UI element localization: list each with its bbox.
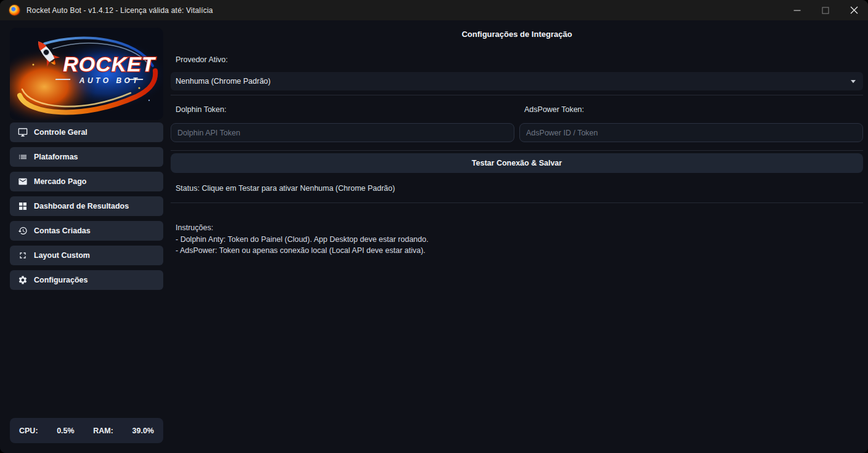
sidebar-item-label: Contas Criadas <box>34 226 91 235</box>
rocket-auto-bot-logo: ROCKET AUTO BOT <box>10 28 163 120</box>
app-logo-icon <box>9 5 20 15</box>
instructions-line: - Dolphin Anty: Token do Painel (Cloud).… <box>176 234 863 246</box>
adspower-token-label: AdsPower Token: <box>524 105 863 114</box>
sidebar-item-label: Plataformas <box>34 153 78 161</box>
list-icon <box>18 152 28 162</box>
status-text: Status: Clique em Testar para ativar Nen… <box>176 184 863 193</box>
test-connection-save-button[interactable]: Testar Conexão & Salvar <box>171 153 863 173</box>
window-title: Rocket Auto Bot - v1.4.12 - Licença váli… <box>26 6 213 15</box>
app-window: Rocket Auto Bot - v1.4.12 - Licença váli… <box>0 0 868 453</box>
ram-value: 39.0% <box>132 427 154 435</box>
adspower-token-input[interactable] <box>519 123 863 142</box>
titlebar: Rocket Auto Bot - v1.4.12 - Licença váli… <box>0 0 868 20</box>
sidebar-item-label: Configurações <box>34 276 88 284</box>
monitor-icon <box>18 127 28 137</box>
integration-settings-panel: Configurações de Integração Provedor Ati… <box>171 20 868 453</box>
sidebar-item-mercado-pago[interactable]: Mercado Pago <box>10 172 163 191</box>
chevron-down-icon <box>851 80 856 83</box>
history-icon <box>18 226 28 236</box>
gear-icon <box>18 275 28 285</box>
minimize-icon <box>793 7 801 14</box>
instructions-line: - AdsPower: Token ou apenas conexão loca… <box>176 245 863 257</box>
ram-label: RAM: <box>93 427 113 435</box>
divider <box>171 150 863 151</box>
divider <box>171 95 863 95</box>
close-button[interactable] <box>840 0 868 20</box>
divider <box>171 202 863 203</box>
sidebar-item-label: Layout Custom <box>34 251 90 260</box>
cpu-value: 0.5% <box>57 427 75 435</box>
provider-selected-value: Nenhuma (Chrome Padrão) <box>176 77 851 86</box>
logo-subtitle: AUTO BOT <box>79 76 140 85</box>
envelope-icon <box>18 177 28 186</box>
sidebar-item-label: Dashboard de Resultados <box>34 202 129 210</box>
page-title: Configurações de Integração <box>171 30 863 39</box>
sidebar: ROCKET AUTO BOT Controle Geral Plataform… <box>0 20 171 453</box>
logo-title: ROCKET <box>63 52 156 76</box>
sidebar-item-dashboard[interactable]: Dashboard de Resultados <box>10 196 163 216</box>
close-icon <box>850 6 858 14</box>
dolphin-token-input[interactable] <box>171 123 514 142</box>
sidebar-item-controle-geral[interactable]: Controle Geral <box>10 122 163 142</box>
grid-icon <box>18 201 28 211</box>
sidebar-item-layout-custom[interactable]: Layout Custom <box>10 246 163 265</box>
expand-icon <box>18 251 28 260</box>
sidebar-item-plataformas[interactable]: Plataformas <box>10 147 163 167</box>
minimize-button[interactable] <box>783 0 811 20</box>
maximize-icon <box>822 7 829 14</box>
sidebar-item-configuracoes[interactable]: Configurações <box>10 270 163 290</box>
maximize-button[interactable] <box>811 0 840 20</box>
cpu-label: CPU: <box>19 427 38 435</box>
instructions-block: Instruções: - Dolphin Anty: Token do Pai… <box>176 222 863 257</box>
instructions-title: Instruções: <box>176 222 863 234</box>
provider-label: Provedor Ativo: <box>176 55 863 64</box>
sidebar-item-contas-criadas[interactable]: Contas Criadas <box>10 221 163 241</box>
sidebar-item-label: Controle Geral <box>34 128 87 137</box>
system-stats-bar: CPU: 0.5% RAM: 39.0% <box>10 418 163 443</box>
provider-select[interactable]: Nenhuma (Chrome Padrão) <box>171 72 863 90</box>
dolphin-token-label: Dolphin Token: <box>176 105 514 114</box>
sidebar-item-label: Mercado Pago <box>34 177 86 186</box>
